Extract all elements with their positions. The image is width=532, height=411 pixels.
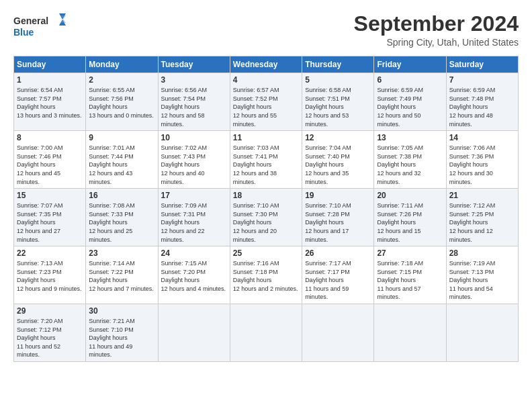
sunset-label: Sunset: 7:35 PM — [17, 211, 62, 218]
daylight-label: Daylight hours — [449, 103, 488, 110]
daylight-label: Daylight hours — [377, 277, 416, 283]
calendar-cell: 5 Sunrise: 6:58 AM Sunset: 7:51 PM Dayli… — [302, 73, 374, 131]
cell-content: Sunrise: 7:05 AM Sunset: 7:38 PM Dayligh… — [377, 144, 443, 186]
cell-content: Sunrise: 7:06 AM Sunset: 7:36 PM Dayligh… — [449, 144, 515, 186]
col-friday: Friday — [374, 56, 446, 73]
sunrise-label: Sunrise: 7:05 AM — [377, 144, 423, 151]
cell-content: Sunrise: 7:12 AM Sunset: 7:25 PM Dayligh… — [449, 201, 515, 244]
location: Spring City, Utah, United States — [354, 37, 519, 48]
cell-content: Sunrise: 6:55 AM Sunset: 7:56 PM Dayligh… — [89, 86, 154, 120]
daylight-value: 12 hours and 27 minutes. — [17, 228, 60, 243]
sunset-label: Sunset: 7:15 PM — [377, 269, 422, 275]
cell-content: Sunrise: 7:01 AM Sunset: 7:44 PM Dayligh… — [89, 144, 154, 186]
header: General Blue September 2024 Spring City,… — [13, 12, 519, 48]
daylight-value: 13 hours and 0 minutes. — [89, 112, 154, 119]
day-number: 5 — [305, 75, 371, 85]
svg-marker-2 — [59, 13, 66, 26]
daylight-label: Daylight hours — [161, 219, 200, 226]
sunrise-label: Sunrise: 7:08 AM — [89, 202, 135, 209]
calendar-week-2: 8 Sunrise: 7:00 AM Sunset: 7:46 PM Dayli… — [14, 131, 519, 189]
day-number: 2 — [89, 75, 154, 85]
cell-content: Sunrise: 7:16 AM Sunset: 7:18 PM Dayligh… — [233, 259, 299, 293]
sunrise-label: Sunrise: 7:20 AM — [17, 318, 63, 324]
daylight-value: 12 hours and 58 minutes. — [161, 112, 205, 128]
cell-content: Sunrise: 7:07 AM Sunset: 7:35 PM Dayligh… — [17, 201, 83, 244]
daylight-value: 12 hours and 9 minutes. — [17, 285, 82, 292]
day-number: 18 — [233, 191, 299, 200]
daylight-value: 12 hours and 15 minutes. — [377, 228, 420, 243]
daylight-label: Daylight hours — [233, 103, 272, 110]
sunset-label: Sunset: 7:33 PM — [89, 211, 134, 218]
col-sunday: Sunday — [14, 56, 86, 73]
day-number: 28 — [449, 248, 515, 258]
day-number: 29 — [17, 306, 83, 316]
day-number: 13 — [377, 133, 443, 142]
daylight-value: 12 hours and 22 minutes. — [161, 228, 205, 243]
calendar-week-3: 15 Sunrise: 7:07 AM Sunset: 7:35 PM Dayl… — [14, 189, 519, 246]
calendar-cell — [374, 304, 446, 362]
daylight-value: 12 hours and 2 minutes. — [233, 285, 298, 292]
day-number: 7 — [449, 75, 515, 85]
daylight-value: 12 hours and 38 minutes. — [233, 170, 277, 185]
sunrise-label: Sunrise: 7:15 AM — [161, 260, 208, 267]
month-title: September 2024 — [354, 12, 519, 36]
daylight-label: Daylight hours — [89, 219, 128, 226]
sunset-label: Sunset: 7:20 PM — [161, 269, 206, 275]
calendar-header: Sunday Monday Tuesday Wednesday Thursday… — [14, 56, 519, 73]
daylight-label: Daylight hours — [305, 161, 344, 168]
day-number: 1 — [17, 75, 83, 85]
cell-content: Sunrise: 7:14 AM Sunset: 7:22 PM Dayligh… — [89, 259, 154, 293]
daylight-label: Daylight hours — [89, 277, 128, 283]
sunrise-label: Sunrise: 6:58 AM — [305, 87, 351, 93]
cell-content: Sunrise: 7:13 AM Sunset: 7:23 PM Dayligh… — [17, 259, 83, 293]
calendar-cell — [230, 304, 302, 362]
cell-content: Sunrise: 7:09 AM Sunset: 7:31 PM Dayligh… — [161, 201, 227, 244]
calendar-cell: 18 Sunrise: 7:10 AM Sunset: 7:30 PM Dayl… — [230, 189, 302, 246]
sunrise-label: Sunrise: 7:14 AM — [89, 260, 135, 267]
sunrise-label: Sunrise: 7:03 AM — [233, 144, 279, 151]
day-number: 12 — [305, 133, 371, 142]
col-monday: Monday — [86, 56, 158, 73]
svg-text:Blue: Blue — [13, 27, 34, 38]
sunrise-label: Sunrise: 7:04 AM — [305, 144, 351, 151]
calendar-cell: 15 Sunrise: 7:07 AM Sunset: 7:35 PM Dayl… — [14, 189, 86, 246]
sunrise-label: Sunrise: 7:06 AM — [449, 144, 496, 151]
sunrise-label: Sunrise: 6:57 AM — [233, 87, 279, 93]
sunset-label: Sunset: 7:13 PM — [449, 269, 494, 275]
daylight-label: Daylight hours — [449, 161, 488, 168]
sunset-label: Sunset: 7:41 PM — [233, 153, 278, 160]
daylight-value: 12 hours and 32 minutes. — [377, 170, 420, 185]
day-number: 25 — [233, 248, 299, 258]
sunrise-label: Sunrise: 7:18 AM — [377, 260, 423, 267]
svg-text:General: General — [13, 15, 48, 26]
sunset-label: Sunset: 7:10 PM — [89, 326, 134, 333]
daylight-value: 12 hours and 7 minutes. — [89, 285, 154, 292]
sunrise-label: Sunrise: 7:09 AM — [161, 202, 208, 209]
sunset-label: Sunset: 7:48 PM — [449, 95, 494, 102]
daylight-value: 12 hours and 35 minutes. — [305, 170, 349, 185]
day-number: 21 — [449, 191, 515, 200]
sunset-label: Sunset: 7:46 PM — [17, 153, 62, 160]
daylight-label: Daylight hours — [305, 277, 344, 283]
sunset-label: Sunset: 7:56 PM — [89, 95, 134, 102]
sunset-label: Sunset: 7:51 PM — [305, 95, 350, 102]
calendar-week-4: 22 Sunrise: 7:13 AM Sunset: 7:23 PM Dayl… — [14, 246, 519, 304]
sunset-label: Sunset: 7:54 PM — [161, 95, 206, 102]
daylight-value: 12 hours and 12 minutes. — [449, 228, 493, 243]
calendar-cell — [302, 304, 374, 362]
day-number: 10 — [161, 133, 227, 142]
calendar-cell: 6 Sunrise: 6:59 AM Sunset: 7:49 PM Dayli… — [374, 73, 446, 131]
sunset-label: Sunset: 7:23 PM — [17, 269, 62, 275]
daylight-label: Daylight hours — [17, 161, 56, 168]
calendar-cell: 7 Sunrise: 6:59 AM Sunset: 7:48 PM Dayli… — [446, 73, 518, 131]
daylight-value: 11 hours and 52 minutes. — [17, 343, 60, 359]
sunset-label: Sunset: 7:36 PM — [449, 153, 494, 160]
daylight-label: Daylight hours — [377, 103, 416, 110]
sunrise-label: Sunrise: 6:59 AM — [377, 87, 423, 93]
calendar-cell: 14 Sunrise: 7:06 AM Sunset: 7:36 PM Dayl… — [446, 131, 518, 189]
cell-content: Sunrise: 7:08 AM Sunset: 7:33 PM Dayligh… — [89, 201, 154, 244]
sunset-label: Sunset: 7:22 PM — [89, 269, 134, 275]
col-tuesday: Tuesday — [158, 56, 230, 73]
sunset-label: Sunset: 7:30 PM — [233, 211, 278, 218]
sunset-label: Sunset: 7:17 PM — [305, 269, 350, 275]
